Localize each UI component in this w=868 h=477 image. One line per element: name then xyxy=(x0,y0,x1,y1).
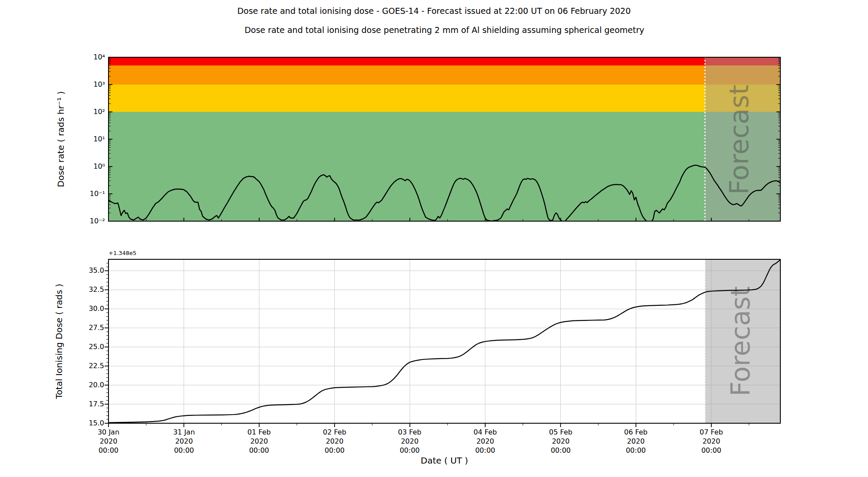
bottom-y-tick-label: 30.0 xyxy=(74,304,104,314)
top-y-tick-label: 10¹ xyxy=(75,134,105,144)
bottom-y-tick-label: 27.5 xyxy=(74,323,104,333)
x-tick-label: 31 Jan 2020 00:00 xyxy=(158,428,210,455)
bottom-y-tick-label: 25.0 xyxy=(74,342,104,352)
band-red-alert xyxy=(108,57,780,65)
bottom-y-tick-label: 32.5 xyxy=(74,285,104,294)
top-y-tick-label: 10⁰ xyxy=(75,162,105,171)
bottom-gridlines xyxy=(108,259,780,423)
figure: Dose rate and total ionising dose - GOES… xyxy=(0,0,868,477)
top-y-tick-label: 10⁻² xyxy=(75,216,105,226)
x-tick-label: 05 Feb 2020 00:00 xyxy=(535,428,587,455)
x-tick-label: 07 Feb 2020 00:00 xyxy=(685,428,737,455)
x-tick-label: 02 Feb 2020 00:00 xyxy=(309,428,361,455)
bottom-forecast-watermark: Forecast xyxy=(725,286,756,396)
x-tick-label: 06 Feb 2020 00:00 xyxy=(610,428,662,455)
bottom-y-tick-label: 20.0 xyxy=(74,380,104,390)
x-tick-label: 04 Feb 2020 00:00 xyxy=(459,428,511,455)
bottom-y-tick-label: 22.5 xyxy=(74,361,104,371)
top-forecast-watermark: Forecast xyxy=(724,85,754,195)
top-y-tick-label: 10⁴ xyxy=(75,52,105,62)
x-tick-label: 03 Feb 2020 00:00 xyxy=(384,428,436,455)
band-green-nominal xyxy=(108,112,780,221)
top-y-tick-label: 10² xyxy=(75,107,105,117)
chart-canvas: ForecastForecast xyxy=(0,0,868,477)
bottom-y-tick-label: 35.0 xyxy=(74,266,104,275)
bottom-y-tick-label: 17.5 xyxy=(74,399,104,409)
band-yellow-warning xyxy=(108,85,780,112)
bottom-ticks xyxy=(105,263,749,427)
x-tick-label: 30 Jan 2020 00:00 xyxy=(82,428,135,455)
bottom-axes-spines xyxy=(108,259,780,423)
bottom-y-tick-label: 15.0 xyxy=(74,418,104,428)
band-orange-alert xyxy=(108,65,780,85)
x-tick-label: 01 Feb 2020 00:00 xyxy=(233,428,285,455)
top-y-tick-label: 10⁻¹ xyxy=(75,189,105,199)
total-dose-curve xyxy=(108,260,780,422)
top-y-tick-label: 10³ xyxy=(75,80,105,89)
